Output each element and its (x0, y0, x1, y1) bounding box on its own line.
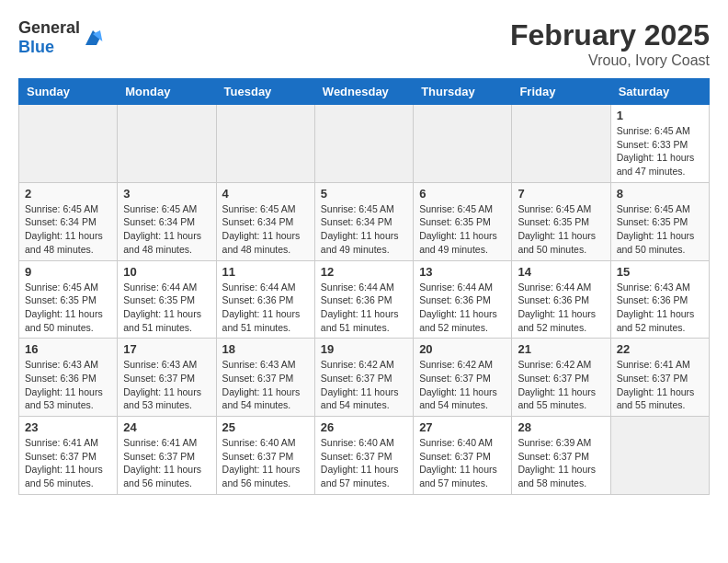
weekday-header-saturday: Saturday (610, 79, 709, 105)
day-number: 18 (222, 342, 309, 356)
day-number: 9 (25, 265, 111, 279)
day-number: 6 (419, 187, 506, 201)
week-row-2: 2Sunrise: 6:45 AM Sunset: 6:34 PM Daylig… (19, 182, 710, 260)
week-row-1: 1Sunrise: 6:45 AM Sunset: 6:33 PM Daylig… (19, 105, 710, 183)
day-info: Sunrise: 6:45 AM Sunset: 6:35 PM Dayligh… (518, 202, 604, 257)
calendar-cell: 1Sunrise: 6:45 AM Sunset: 6:33 PM Daylig… (610, 105, 709, 183)
logo-icon (82, 27, 104, 49)
calendar-cell: 10Sunrise: 6:44 AM Sunset: 6:35 PM Dayli… (118, 260, 216, 339)
calendar-cell: 20Sunrise: 6:42 AM Sunset: 6:37 PM Dayli… (414, 339, 512, 417)
calendar-cell: 9Sunrise: 6:45 AM Sunset: 6:35 PM Daylig… (19, 260, 118, 339)
calendar-cell (216, 105, 314, 183)
calendar-cell: 3Sunrise: 6:45 AM Sunset: 6:34 PM Daylig… (118, 182, 216, 260)
day-info: Sunrise: 6:43 AM Sunset: 6:36 PM Dayligh… (25, 358, 111, 412)
calendar-cell (512, 105, 610, 183)
calendar-cell: 23Sunrise: 6:41 AM Sunset: 6:37 PM Dayli… (19, 417, 118, 495)
day-info: Sunrise: 6:45 AM Sunset: 6:34 PM Dayligh… (123, 202, 210, 257)
day-number: 11 (222, 265, 309, 279)
day-number: 15 (617, 265, 703, 279)
day-info: Sunrise: 6:41 AM Sunset: 6:37 PM Dayligh… (25, 436, 111, 490)
day-number: 16 (25, 342, 111, 356)
calendar-cell: 22Sunrise: 6:41 AM Sunset: 6:37 PM Dayli… (610, 339, 709, 417)
weekday-header-monday: Monday (118, 79, 216, 105)
day-info: Sunrise: 6:45 AM Sunset: 6:35 PM Dayligh… (617, 202, 703, 257)
calendar-cell: 11Sunrise: 6:44 AM Sunset: 6:36 PM Dayli… (216, 260, 314, 339)
day-info: Sunrise: 6:42 AM Sunset: 6:37 PM Dayligh… (321, 358, 407, 412)
calendar-cell: 8Sunrise: 6:45 AM Sunset: 6:35 PM Daylig… (610, 182, 709, 260)
weekday-header-row: SundayMondayTuesdayWednesdayThursdayFrid… (19, 79, 710, 105)
logo: General Blue (18, 18, 104, 57)
calendar-cell: 28Sunrise: 6:39 AM Sunset: 6:37 PM Dayli… (512, 417, 610, 495)
day-number: 14 (518, 265, 604, 279)
day-info: Sunrise: 6:45 AM Sunset: 6:35 PM Dayligh… (419, 202, 506, 257)
day-info: Sunrise: 6:43 AM Sunset: 6:36 PM Dayligh… (617, 281, 703, 335)
day-info: Sunrise: 6:45 AM Sunset: 6:34 PM Dayligh… (321, 202, 407, 257)
calendar-cell: 6Sunrise: 6:45 AM Sunset: 6:35 PM Daylig… (414, 182, 512, 260)
day-info: Sunrise: 6:40 AM Sunset: 6:37 PM Dayligh… (222, 436, 309, 490)
weekday-header-friday: Friday (512, 79, 610, 105)
day-number: 24 (123, 420, 210, 434)
day-number: 22 (617, 342, 703, 356)
day-info: Sunrise: 6:45 AM Sunset: 6:34 PM Dayligh… (25, 202, 111, 257)
day-number: 23 (25, 420, 111, 434)
day-number: 4 (222, 187, 309, 201)
calendar-cell: 7Sunrise: 6:45 AM Sunset: 6:35 PM Daylig… (512, 182, 610, 260)
calendar-cell: 21Sunrise: 6:42 AM Sunset: 6:37 PM Dayli… (512, 339, 610, 417)
day-number: 26 (321, 420, 407, 434)
day-number: 12 (321, 265, 407, 279)
day-info: Sunrise: 6:40 AM Sunset: 6:37 PM Dayligh… (419, 436, 506, 490)
day-info: Sunrise: 6:41 AM Sunset: 6:37 PM Dayligh… (617, 358, 703, 412)
calendar-cell: 26Sunrise: 6:40 AM Sunset: 6:37 PM Dayli… (314, 417, 413, 495)
weekday-header-tuesday: Tuesday (216, 79, 314, 105)
day-number: 17 (123, 342, 210, 356)
day-info: Sunrise: 6:44 AM Sunset: 6:36 PM Dayligh… (518, 281, 604, 335)
day-number: 20 (419, 342, 506, 356)
calendar-cell: 14Sunrise: 6:44 AM Sunset: 6:36 PM Dayli… (512, 260, 610, 339)
title-block: February 2025 Vrouo, Ivory Coast (510, 18, 710, 69)
calendar-table: SundayMondayTuesdayWednesdayThursdayFrid… (18, 78, 710, 495)
day-number: 2 (25, 187, 111, 201)
calendar-cell (610, 417, 709, 495)
day-number: 10 (123, 265, 210, 279)
day-info: Sunrise: 6:44 AM Sunset: 6:36 PM Dayligh… (222, 281, 309, 335)
day-number: 7 (518, 187, 604, 201)
day-info: Sunrise: 6:44 AM Sunset: 6:36 PM Dayligh… (419, 281, 506, 335)
calendar-cell (19, 105, 118, 183)
day-number: 27 (419, 420, 506, 434)
day-number: 3 (123, 187, 210, 201)
calendar-cell: 24Sunrise: 6:41 AM Sunset: 6:37 PM Dayli… (118, 417, 216, 495)
day-number: 13 (419, 265, 506, 279)
weekday-header-wednesday: Wednesday (314, 79, 413, 105)
day-info: Sunrise: 6:45 AM Sunset: 6:34 PM Dayligh… (222, 202, 309, 257)
day-info: Sunrise: 6:39 AM Sunset: 6:37 PM Dayligh… (518, 436, 604, 490)
day-number: 5 (321, 187, 407, 201)
weekday-header-thursday: Thursday (414, 79, 512, 105)
calendar-cell: 18Sunrise: 6:43 AM Sunset: 6:37 PM Dayli… (216, 339, 314, 417)
calendar-cell: 5Sunrise: 6:45 AM Sunset: 6:34 PM Daylig… (314, 182, 413, 260)
calendar-cell: 13Sunrise: 6:44 AM Sunset: 6:36 PM Dayli… (414, 260, 512, 339)
day-number: 19 (321, 342, 407, 356)
location-title: Vrouo, Ivory Coast (510, 52, 710, 69)
day-info: Sunrise: 6:43 AM Sunset: 6:37 PM Dayligh… (123, 358, 210, 412)
day-info: Sunrise: 6:44 AM Sunset: 6:36 PM Dayligh… (321, 281, 407, 335)
page-header: General Blue February 2025 Vrouo, Ivory … (18, 18, 710, 69)
calendar-cell: 19Sunrise: 6:42 AM Sunset: 6:37 PM Dayli… (314, 339, 413, 417)
week-row-4: 16Sunrise: 6:43 AM Sunset: 6:36 PM Dayli… (19, 339, 710, 417)
day-info: Sunrise: 6:45 AM Sunset: 6:35 PM Dayligh… (25, 281, 111, 335)
day-number: 25 (222, 420, 309, 434)
day-number: 8 (617, 187, 703, 201)
day-info: Sunrise: 6:42 AM Sunset: 6:37 PM Dayligh… (518, 358, 604, 412)
calendar-cell (414, 105, 512, 183)
calendar-cell (118, 105, 216, 183)
calendar-cell: 2Sunrise: 6:45 AM Sunset: 6:34 PM Daylig… (19, 182, 118, 260)
day-info: Sunrise: 6:41 AM Sunset: 6:37 PM Dayligh… (123, 436, 210, 490)
calendar-cell: 25Sunrise: 6:40 AM Sunset: 6:37 PM Dayli… (216, 417, 314, 495)
day-info: Sunrise: 6:44 AM Sunset: 6:35 PM Dayligh… (123, 281, 210, 335)
calendar-cell: 4Sunrise: 6:45 AM Sunset: 6:34 PM Daylig… (216, 182, 314, 260)
calendar-cell: 15Sunrise: 6:43 AM Sunset: 6:36 PM Dayli… (610, 260, 709, 339)
week-row-3: 9Sunrise: 6:45 AM Sunset: 6:35 PM Daylig… (19, 260, 710, 339)
calendar-cell: 17Sunrise: 6:43 AM Sunset: 6:37 PM Dayli… (118, 339, 216, 417)
day-info: Sunrise: 6:40 AM Sunset: 6:37 PM Dayligh… (321, 436, 407, 490)
day-number: 28 (518, 420, 604, 434)
day-info: Sunrise: 6:42 AM Sunset: 6:37 PM Dayligh… (419, 358, 506, 412)
